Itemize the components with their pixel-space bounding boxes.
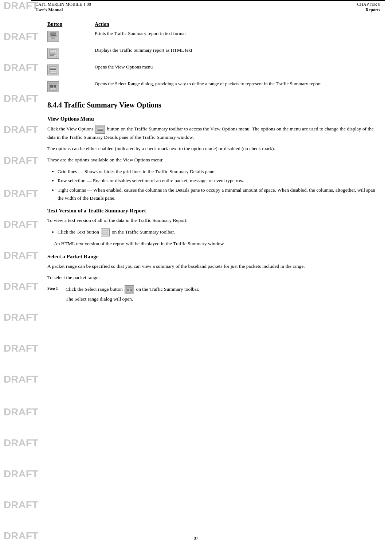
draft-label: DRAFT (4, 437, 38, 449)
svg-rect-35 (127, 289, 129, 289)
svg-rect-18 (50, 85, 53, 86)
svg-rect-38 (130, 289, 132, 289)
print-icon (47, 31, 59, 42)
draft-label: DRAFT (4, 250, 38, 261)
inline-view-icon (95, 125, 105, 134)
table-row: Prints the Traffic Summary report in tex… (47, 30, 377, 42)
draft-label: DRAFT (4, 124, 38, 136)
subsection-text-version: Text Version of a Traffic Summary Report… (47, 208, 377, 248)
header-manual-title: User’s Manual (35, 7, 91, 13)
subsection-view-options: View Options Menu Click the View Options… (47, 116, 377, 202)
select-range-icon (47, 81, 59, 92)
subsection-title-text-version: Text Version of a Traffic Summary Report (47, 208, 377, 214)
subsection-title-packet-range: Select a Packet Range (47, 254, 377, 260)
html-icon (47, 48, 59, 59)
svg-rect-40 (130, 290, 132, 290)
draft-label: DRAFT (4, 155, 38, 167)
icon-cell-print (47, 30, 95, 42)
header-product-name: CATC MERLIN MOBILE 1.00 (35, 2, 91, 7)
icon-cell-view (47, 64, 95, 75)
svg-rect-22 (54, 86, 56, 87)
svg-rect-2 (50, 37, 57, 39)
svg-rect-21 (54, 85, 56, 86)
svg-rect-37 (127, 290, 129, 290)
draft-label: DRAFT (4, 0, 38, 12)
draft-label: DRAFT (4, 281, 38, 292)
draft-label: DRAFT (4, 219, 38, 230)
svg-rect-39 (130, 289, 132, 290)
section-heading: 8.4.4 Traffic Summary View Options (47, 101, 377, 109)
draft-label: DRAFT (4, 312, 38, 323)
table-row: Displays the Traffic Summary report as H… (47, 47, 377, 59)
draft-label: DRAFT (4, 406, 38, 418)
svg-rect-31 (103, 233, 106, 233)
packet-range-para-2: To select the packet range: (47, 274, 377, 282)
view-options-bullets: Grid lines — Shows or hides the grid lin… (58, 168, 377, 202)
draft-label: DRAFT (4, 342, 38, 354)
bullet-tight-columns: Tight columns — When enabled, causes the… (58, 186, 377, 202)
view-options-para-3: These are the options available on the V… (47, 156, 377, 164)
draft-label: DRAFT (4, 93, 38, 105)
draft-label: DRAFT (4, 499, 38, 511)
table-col-button: Button (47, 21, 95, 27)
svg-rect-13 (50, 68, 56, 68)
view-options-para-1: Click the View Options button on the Tra… (47, 125, 377, 141)
table-row: Opens the View Options menu (47, 64, 377, 75)
draft-label: DRAFT (4, 373, 38, 385)
svg-rect-29 (103, 231, 107, 231)
inline-text-icon (101, 228, 110, 236)
subsection-title-view-options: View Options Menu (47, 116, 377, 122)
svg-rect-34 (126, 287, 132, 288)
bullet-grid-lines: Grid lines — Shows or hides the grid lin… (58, 168, 377, 176)
text-version-bullets: Click the Text button on the Traffic Sum… (58, 228, 377, 236)
step-1-content: Click the Select range button on the Tra… (66, 285, 377, 294)
svg-rect-8 (50, 52, 56, 52)
step-1-subtext: The Select range dialog will open. (66, 295, 377, 303)
svg-rect-17 (50, 83, 56, 85)
svg-rect-26 (98, 129, 103, 130)
svg-rect-11 (50, 55, 54, 56)
draft-watermarks: DRAFT DRAFT DRAFT DRAFT DRAFT DRAFT DRAF… (2, 0, 31, 552)
svg-rect-15 (50, 71, 56, 71)
svg-rect-36 (127, 289, 129, 290)
table-col-action: Action (95, 21, 109, 27)
view-options-icon (47, 64, 59, 75)
header-right: CHAPTER 8 Reports (357, 2, 380, 13)
draft-label: DRAFT (4, 468, 38, 480)
icon-cell-range (47, 81, 95, 92)
svg-rect-5 (51, 39, 55, 39)
svg-rect-30 (103, 232, 107, 232)
header-chapter: CHAPTER 8 (357, 2, 380, 7)
page-footer: 87 (0, 535, 392, 541)
svg-rect-7 (50, 51, 55, 51)
section-number: 8.4.4 (47, 101, 62, 109)
svg-rect-19 (50, 86, 53, 87)
svg-rect-4 (51, 38, 55, 38)
step-1-label: Step 1 (47, 285, 66, 290)
bullet-row-selection: Row selection — Enables or disables sele… (58, 177, 377, 185)
text-version-subnote: An HTML text version of the report will … (54, 240, 377, 248)
action-text-html: Displays the Traffic Summary report as H… (95, 47, 377, 54)
svg-rect-3 (51, 35, 56, 36)
view-options-para-2: The options can be either enabled (indic… (47, 145, 377, 153)
step-1-row: Step 1 Click the Select range button on … (47, 285, 377, 294)
svg-rect-10 (50, 54, 56, 55)
packet-range-para-1: A packet range can be specified so that … (47, 263, 377, 270)
bullet-text-button: Click the Text button on the Traffic Sum… (58, 228, 377, 236)
svg-rect-25 (98, 128, 103, 129)
draft-label: DRAFT (4, 188, 38, 199)
header-section: Reports (357, 7, 380, 13)
svg-rect-14 (50, 69, 56, 70)
action-text-print: Prints the Traffic Summary report in tex… (95, 30, 377, 37)
svg-rect-9 (50, 53, 55, 54)
action-text-range: Opens the Select Range dialog, providing… (95, 81, 377, 87)
svg-rect-20 (50, 87, 53, 88)
table-row: Opens the Select Range dialog, providing… (47, 81, 377, 92)
subsection-packet-range: Select a Packet Range A packet range can… (47, 254, 377, 303)
draft-label: DRAFT (4, 31, 38, 43)
page-header: CATC MERLIN MOBILE 1.00 User’s Manual CH… (31, 0, 385, 14)
action-text-view: Opens the View Options menu (95, 64, 377, 70)
icon-cell-html (47, 47, 95, 59)
svg-rect-27 (98, 130, 103, 131)
draft-label: DRAFT (4, 62, 38, 74)
